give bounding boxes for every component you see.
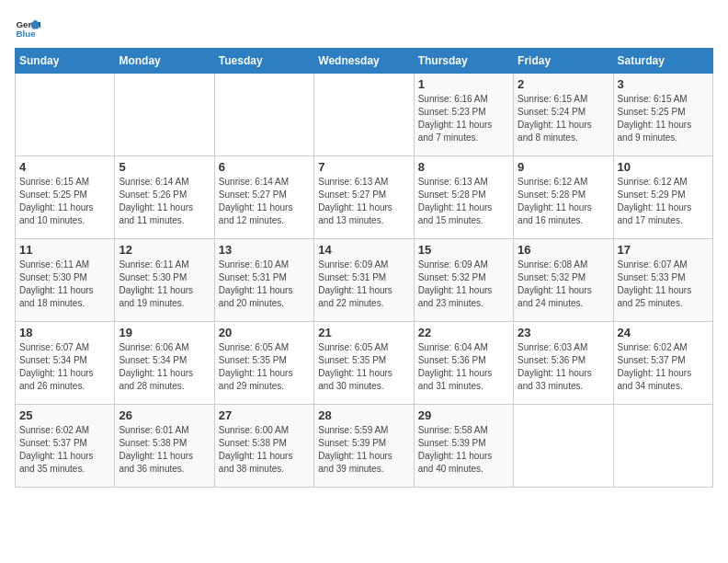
day-number: 9 <box>518 160 609 174</box>
calendar-cell: 1Sunrise: 6:16 AM Sunset: 5:23 PM Daylig… <box>414 74 513 156</box>
calendar-cell <box>115 74 214 156</box>
calendar-cell: 20Sunrise: 6:05 AM Sunset: 5:35 PM Dayli… <box>214 322 313 405</box>
day-info: Sunrise: 6:12 AM Sunset: 5:29 PM Dayligh… <box>618 176 709 227</box>
day-number: 15 <box>418 243 509 257</box>
calendar-week-row: 11Sunrise: 6:11 AM Sunset: 5:30 PM Dayli… <box>16 239 713 322</box>
day-info: Sunrise: 6:15 AM Sunset: 5:24 PM Dayligh… <box>518 93 609 144</box>
day-info: Sunrise: 6:01 AM Sunset: 5:38 PM Dayligh… <box>119 424 210 476</box>
day-info: Sunrise: 6:15 AM Sunset: 5:25 PM Dayligh… <box>618 93 709 144</box>
weekday-header-row: SundayMondayTuesdayWednesdayThursdayFrid… <box>16 49 713 74</box>
day-info: Sunrise: 6:04 AM Sunset: 5:36 PM Dayligh… <box>418 341 509 393</box>
calendar-table: SundayMondayTuesdayWednesdayThursdayFrid… <box>15 48 713 488</box>
day-number: 21 <box>318 326 409 339</box>
day-info: Sunrise: 6:13 AM Sunset: 5:28 PM Dayligh… <box>418 176 509 227</box>
calendar-cell: 17Sunrise: 6:07 AM Sunset: 5:33 PM Dayli… <box>613 239 712 322</box>
day-info: Sunrise: 6:05 AM Sunset: 5:35 PM Dayligh… <box>219 341 310 393</box>
weekday-header-thursday: Thursday <box>414 49 513 74</box>
day-number: 28 <box>318 408 409 422</box>
day-info: Sunrise: 6:02 AM Sunset: 5:37 PM Dayligh… <box>19 424 110 476</box>
calendar-cell: 13Sunrise: 6:10 AM Sunset: 5:31 PM Dayli… <box>214 239 313 322</box>
day-number: 2 <box>518 77 609 91</box>
weekday-header-monday: Monday <box>115 49 214 74</box>
calendar-cell: 28Sunrise: 5:59 AM Sunset: 5:39 PM Dayli… <box>314 405 414 488</box>
calendar-cell <box>16 74 115 156</box>
day-number: 25 <box>19 408 110 422</box>
day-info: Sunrise: 5:58 AM Sunset: 5:39 PM Dayligh… <box>418 424 509 476</box>
calendar-cell: 19Sunrise: 6:06 AM Sunset: 5:34 PM Dayli… <box>115 322 214 405</box>
logo-icon: General Blue <box>15 15 40 40</box>
day-number: 10 <box>618 160 709 174</box>
header: General Blue <box>15 15 713 40</box>
calendar-cell <box>314 74 414 156</box>
calendar-cell: 4Sunrise: 6:15 AM Sunset: 5:25 PM Daylig… <box>16 156 115 239</box>
calendar-cell: 24Sunrise: 6:02 AM Sunset: 5:37 PM Dayli… <box>613 322 712 405</box>
calendar-cell <box>613 405 712 488</box>
day-number: 18 <box>19 326 110 339</box>
calendar-cell: 12Sunrise: 6:11 AM Sunset: 5:30 PM Dayli… <box>115 239 214 322</box>
day-info: Sunrise: 6:13 AM Sunset: 5:27 PM Dayligh… <box>318 176 409 227</box>
weekday-header-tuesday: Tuesday <box>214 49 313 74</box>
day-number: 7 <box>318 160 409 174</box>
day-info: Sunrise: 6:07 AM Sunset: 5:34 PM Dayligh… <box>19 341 110 393</box>
day-number: 19 <box>119 326 210 339</box>
day-info: Sunrise: 6:12 AM Sunset: 5:28 PM Dayligh… <box>518 176 609 227</box>
day-info: Sunrise: 5:59 AM Sunset: 5:39 PM Dayligh… <box>318 424 409 476</box>
weekday-header-sunday: Sunday <box>16 49 115 74</box>
day-number: 16 <box>518 243 609 257</box>
day-info: Sunrise: 6:00 AM Sunset: 5:38 PM Dayligh… <box>219 424 310 476</box>
calendar-cell: 8Sunrise: 6:13 AM Sunset: 5:28 PM Daylig… <box>414 156 513 239</box>
calendar-cell: 29Sunrise: 5:58 AM Sunset: 5:39 PM Dayli… <box>414 405 513 488</box>
day-number: 6 <box>219 160 310 174</box>
weekday-header-wednesday: Wednesday <box>314 49 414 74</box>
day-info: Sunrise: 6:02 AM Sunset: 5:37 PM Dayligh… <box>618 341 709 393</box>
weekday-header-friday: Friday <box>514 49 613 74</box>
calendar-cell: 14Sunrise: 6:09 AM Sunset: 5:31 PM Dayli… <box>314 239 414 322</box>
day-number: 24 <box>618 326 709 339</box>
day-info: Sunrise: 6:14 AM Sunset: 5:27 PM Dayligh… <box>219 176 310 227</box>
calendar-cell <box>514 405 613 488</box>
calendar-week-row: 25Sunrise: 6:02 AM Sunset: 5:37 PM Dayli… <box>16 405 713 488</box>
day-number: 12 <box>119 243 210 257</box>
day-info: Sunrise: 6:10 AM Sunset: 5:31 PM Dayligh… <box>219 259 310 310</box>
day-number: 17 <box>618 243 709 257</box>
calendar-cell: 2Sunrise: 6:15 AM Sunset: 5:24 PM Daylig… <box>514 74 613 156</box>
calendar-cell: 26Sunrise: 6:01 AM Sunset: 5:38 PM Dayli… <box>115 405 214 488</box>
day-info: Sunrise: 6:11 AM Sunset: 5:30 PM Dayligh… <box>19 259 110 310</box>
calendar-week-row: 4Sunrise: 6:15 AM Sunset: 5:25 PM Daylig… <box>16 156 713 239</box>
calendar-cell: 3Sunrise: 6:15 AM Sunset: 5:25 PM Daylig… <box>613 74 712 156</box>
day-info: Sunrise: 6:03 AM Sunset: 5:36 PM Dayligh… <box>518 341 609 393</box>
day-number: 4 <box>19 160 110 174</box>
day-number: 29 <box>418 408 509 422</box>
day-info: Sunrise: 6:16 AM Sunset: 5:23 PM Dayligh… <box>418 93 509 144</box>
day-info: Sunrise: 6:14 AM Sunset: 5:26 PM Dayligh… <box>119 176 210 227</box>
calendar-cell: 5Sunrise: 6:14 AM Sunset: 5:26 PM Daylig… <box>115 156 214 239</box>
calendar-cell: 10Sunrise: 6:12 AM Sunset: 5:29 PM Dayli… <box>613 156 712 239</box>
day-info: Sunrise: 6:05 AM Sunset: 5:35 PM Dayligh… <box>318 341 409 393</box>
calendar-cell: 9Sunrise: 6:12 AM Sunset: 5:28 PM Daylig… <box>514 156 613 239</box>
day-number: 22 <box>418 326 509 339</box>
calendar-cell: 23Sunrise: 6:03 AM Sunset: 5:36 PM Dayli… <box>514 322 613 405</box>
calendar-week-row: 18Sunrise: 6:07 AM Sunset: 5:34 PM Dayli… <box>16 322 713 405</box>
day-number: 1 <box>418 77 509 91</box>
svg-text:Blue: Blue <box>16 29 36 39</box>
calendar-cell: 22Sunrise: 6:04 AM Sunset: 5:36 PM Dayli… <box>414 322 513 405</box>
weekday-header-saturday: Saturday <box>613 49 712 74</box>
day-info: Sunrise: 6:11 AM Sunset: 5:30 PM Dayligh… <box>119 259 210 310</box>
day-info: Sunrise: 6:09 AM Sunset: 5:32 PM Dayligh… <box>418 259 509 310</box>
day-number: 14 <box>318 243 409 257</box>
day-number: 13 <box>219 243 310 257</box>
calendar-cell: 21Sunrise: 6:05 AM Sunset: 5:35 PM Dayli… <box>314 322 414 405</box>
day-info: Sunrise: 6:06 AM Sunset: 5:34 PM Dayligh… <box>119 341 210 393</box>
calendar-cell: 6Sunrise: 6:14 AM Sunset: 5:27 PM Daylig… <box>214 156 313 239</box>
calendar-cell: 27Sunrise: 6:00 AM Sunset: 5:38 PM Dayli… <box>214 405 313 488</box>
calendar-cell: 16Sunrise: 6:08 AM Sunset: 5:32 PM Dayli… <box>514 239 613 322</box>
day-number: 5 <box>119 160 210 174</box>
calendar-cell: 25Sunrise: 6:02 AM Sunset: 5:37 PM Dayli… <box>16 405 115 488</box>
day-number: 20 <box>219 326 310 339</box>
day-info: Sunrise: 6:07 AM Sunset: 5:33 PM Dayligh… <box>618 259 709 310</box>
day-info: Sunrise: 6:08 AM Sunset: 5:32 PM Dayligh… <box>518 259 609 310</box>
day-number: 3 <box>618 77 709 91</box>
day-number: 8 <box>418 160 509 174</box>
calendar-cell: 15Sunrise: 6:09 AM Sunset: 5:32 PM Dayli… <box>414 239 513 322</box>
calendar-cell: 7Sunrise: 6:13 AM Sunset: 5:27 PM Daylig… <box>314 156 414 239</box>
